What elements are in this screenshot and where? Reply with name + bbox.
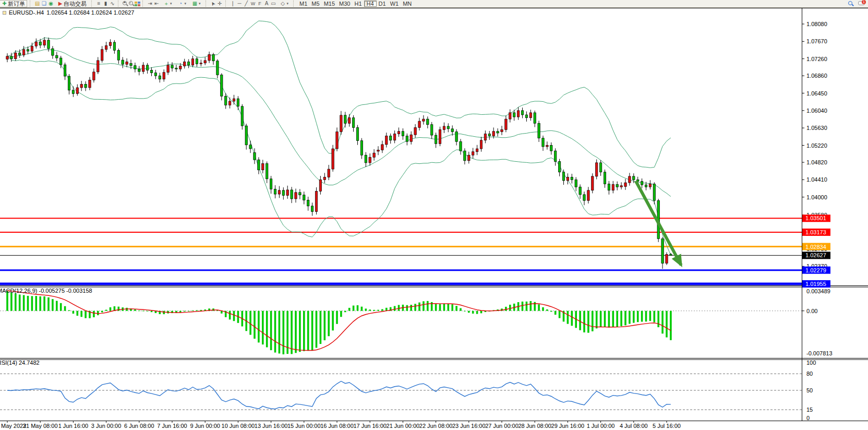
candle-body (299, 193, 301, 195)
macd-histogram-bar (526, 302, 528, 311)
elliott-wave-icon[interactable]: W (250, 1, 257, 7)
indicators-button[interactable]: ＋ ▾ (161, 0, 174, 7)
shapes-button[interactable]: ◇ ▾ (278, 0, 291, 7)
new-order-button[interactable]: ✚ 新订单 (0, 0, 27, 7)
macd-histogram-bar (571, 311, 573, 326)
chart-window[interactable]: 1.080801.076701.072601.068601.064501.060… (0, 8, 868, 430)
toolbar-separator (225, 1, 228, 7)
candle-body (163, 73, 165, 79)
macd-histogram-bar (414, 304, 416, 310)
new-order-icon: ✚ (1, 1, 8, 7)
timeframe-m5[interactable]: M5 (309, 1, 321, 7)
macd-histogram-bar (47, 297, 50, 311)
rsi-scale-label: 15 (806, 407, 813, 413)
time-axis-label: 21 Jun 00:00 (387, 423, 420, 429)
macd-histogram-bar (328, 311, 330, 337)
time-axis-label: 9 Jun 00:00 (190, 423, 220, 429)
chevron-down-icon: ▾ (287, 2, 289, 6)
time-axis-label: 15 Jun 00:00 (287, 423, 321, 429)
chart-window-icon[interactable]: ❏ (41, 1, 47, 7)
tile-windows-icon[interactable] (135, 2, 140, 6)
chart-canvas[interactable]: 1.080801.076701.072601.068601.064501.060… (0, 8, 868, 430)
trendline-icon[interactable]: ╱ (243, 1, 250, 7)
candlestick-chart-icon[interactable]: ▮ (102, 1, 109, 7)
timeframe-h4[interactable]: H4 (364, 1, 377, 7)
timeframe-mn[interactable]: MN (401, 1, 414, 7)
notification-icon[interactable]: 1 (858, 1, 865, 7)
candle-body (661, 238, 664, 263)
auto-scroll-icon[interactable]: ⇥ (147, 1, 153, 7)
toolbar-separator (91, 1, 94, 7)
timeframe-d1[interactable]: D1 (377, 1, 388, 7)
signals-icon[interactable]: ◉ (47, 1, 54, 7)
macd-histogram-bar (80, 311, 82, 317)
macd-histogram-bar (505, 307, 507, 311)
macd-histogram-bar (85, 311, 87, 318)
candle-body (381, 145, 383, 150)
macd-histogram-bar (39, 296, 41, 311)
macd-histogram-bar (443, 304, 445, 311)
candle-body (575, 180, 577, 187)
macd-histogram-bar (97, 311, 99, 315)
macd-histogram-bar (324, 311, 326, 340)
candle-body (451, 129, 453, 132)
templates-button[interactable]: ▦ ▾ (189, 0, 203, 7)
macd-histogram-bar (332, 311, 334, 331)
timeframe-m15[interactable]: M15 (322, 1, 337, 7)
text-label-icon[interactable]: ▭ (270, 1, 277, 7)
macd-histogram-bar (657, 311, 659, 327)
candle-body (286, 190, 288, 196)
price-tag-label: 1.02279 (805, 267, 826, 273)
macd-histogram-bar (229, 311, 231, 320)
macd-scale-bottom: -0.007813 (806, 350, 833, 356)
candle-body (68, 76, 70, 90)
candle-body (31, 46, 33, 51)
macd-histogram-bar (427, 301, 429, 311)
candle-body (629, 176, 631, 183)
macd-histogram-bar (608, 311, 610, 328)
candle-body (336, 132, 338, 149)
macd-histogram-bar (353, 306, 355, 311)
candle-body (278, 190, 280, 194)
fibonacci-icon[interactable]: F (257, 1, 263, 7)
macd-histogram-bar (394, 306, 396, 310)
price-tick-label: 1.04410 (806, 176, 827, 183)
zoom-in-icon[interactable]: + (122, 1, 128, 7)
macd-histogram-bar (35, 296, 38, 311)
macd-histogram-bar (233, 311, 235, 321)
timeframe-m1[interactable]: M1 (297, 1, 309, 7)
candle-body (138, 69, 140, 71)
autotrading-button[interactable]: ▶ 自动交易 (55, 0, 89, 7)
text-icon[interactable]: A (263, 1, 270, 7)
timeframe-m30[interactable]: M30 (337, 1, 352, 7)
candle-body (587, 190, 589, 201)
new-order-label: 新订单 (8, 0, 25, 8)
macd-histogram-bar (73, 311, 75, 314)
market-watch-icon[interactable]: ▤ (34, 1, 41, 7)
horizontal-line-icon[interactable]: ─ (236, 1, 243, 7)
macd-histogram-bar (361, 307, 363, 311)
vertical-line-icon[interactable]: ❘ (230, 1, 236, 7)
periods-button[interactable]: ◔ ▾ (175, 0, 189, 7)
search-icon[interactable] (848, 1, 854, 7)
macd-scale-top: 0.003489 (806, 288, 830, 294)
toolbar-separator (206, 1, 208, 7)
bars-chart-icon[interactable]: ≡ (95, 1, 102, 7)
timeframe-w1[interactable]: W1 (388, 1, 401, 7)
macd-histogram-bar (596, 311, 598, 329)
time-axis-label: 5 Jul 16:00 (653, 423, 681, 429)
candle-body (550, 146, 552, 151)
timeframe-h1[interactable]: H1 (352, 1, 364, 7)
candle-body (208, 55, 210, 61)
line-chart-icon[interactable]: ∿ (109, 1, 116, 7)
macd-histogram-bar (10, 292, 13, 310)
chart-shift-icon[interactable]: ⇤ (153, 1, 160, 7)
zoom-out-icon[interactable]: - (128, 1, 135, 7)
autotrading-icon: ▶ (57, 1, 64, 7)
macd-histogram-bar (192, 310, 194, 311)
macd-histogram-bar (200, 310, 202, 311)
candle-body (579, 187, 581, 195)
candle-body (39, 42, 41, 45)
candle-body (373, 153, 375, 157)
crosshair-icon[interactable]: ✛ (216, 1, 223, 7)
